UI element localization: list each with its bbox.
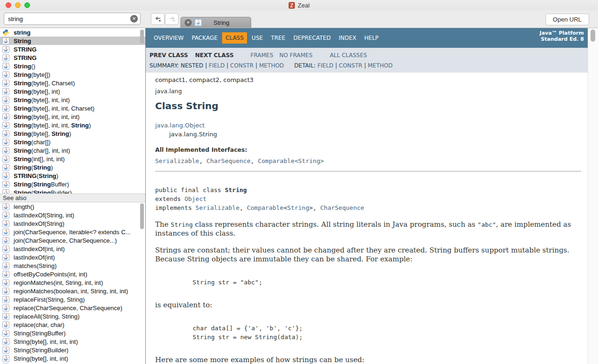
nav-item-help[interactable]: HELP <box>361 32 382 44</box>
see-also-item[interactable]: replace(CharSequence, CharSequence) <box>0 304 145 312</box>
subnav-link-next-class[interactable]: NEXT CLASS <box>195 52 233 59</box>
java-icon <box>194 18 202 27</box>
result-item[interactable]: String(byte[], int, int, Charset) <box>0 104 145 112</box>
nav-item-use[interactable]: USE <box>248 32 266 44</box>
result-item[interactable]: String() <box>0 62 145 70</box>
subnav-link-all-classes[interactable]: ALL CLASSES <box>330 52 367 59</box>
nav-item-tree[interactable]: TREE <box>268 32 289 44</box>
java-icon <box>2 37 9 45</box>
java-icon <box>2 288 9 295</box>
doc-link[interactable]: CharSequence <box>320 204 364 211</box>
result-item[interactable]: String(StringBuilder) <box>0 188 145 193</box>
list-item-label: String(StringBuffer) <box>14 181 69 188</box>
result-item[interactable]: String(StringBuffer) <box>0 180 145 188</box>
see-also-item[interactable]: lastIndexOf(String) <box>0 219 145 228</box>
tab-label: String <box>202 19 247 26</box>
result-item[interactable]: STRING <box>0 53 145 62</box>
java-icon <box>2 271 9 278</box>
result-item[interactable]: STRING <box>0 45 145 53</box>
doc-body: compact1, compact2, compact3 java.lang C… <box>146 73 588 364</box>
see-also-item[interactable]: lastIndexOf(int, int) <box>0 245 145 253</box>
see-also-item[interactable]: regionMatches(boolean, int, String, int,… <box>0 287 145 295</box>
see-also-item[interactable]: replaceFirst(String, String) <box>0 295 145 304</box>
doc-link[interactable]: FIELD <box>317 62 333 69</box>
traffic-lights <box>6 2 30 8</box>
paragraph-3: is equivalent to: <box>155 301 575 310</box>
see-also-item[interactable]: regionMatches(int, String, int, int) <box>0 278 145 287</box>
see-also-scrollbar-thumb[interactable] <box>140 203 144 229</box>
result-item[interactable]: String(String) <box>0 163 145 171</box>
result-item[interactable]: STRING(String) <box>0 171 145 180</box>
result-item[interactable]: String(char[]) <box>0 138 145 146</box>
minimize-button[interactable] <box>15 2 21 8</box>
result-item[interactable]: String(byte[], Charset) <box>0 79 145 87</box>
java-icon <box>2 139 9 146</box>
doc-link[interactable]: Serializable <box>155 157 199 164</box>
see-also-item[interactable]: join(CharSequence, CharSequence...) <box>0 236 145 245</box>
subnav-link-prev-class[interactable]: PREV CLASS <box>150 52 188 59</box>
nav-item-package[interactable]: PACKAGE <box>188 32 221 44</box>
see-also-item[interactable]: replaceAll(String, String) <box>0 312 145 320</box>
nav-item-overview[interactable]: OVERVIEW <box>150 32 187 44</box>
see-also-item[interactable]: lastIndexOf(String, int) <box>0 211 145 219</box>
see-also-item[interactable]: String(byte[], int, int) <box>0 354 145 363</box>
doc-main: OVERVIEWPACKAGECLASSUSETREEDEPRECATEDIND… <box>145 28 588 364</box>
nav-item-class[interactable]: CLASS <box>222 32 247 44</box>
open-url-button[interactable]: Open URL <box>546 14 589 25</box>
list-item-label: lastIndexOf(int, int) <box>14 245 65 253</box>
result-item[interactable]: String(byte[], int, int, int) <box>0 112 145 121</box>
search-input[interactable] <box>4 13 141 25</box>
see-also-item[interactable]: String(StringBuilder) <box>0 346 145 354</box>
results-scrollbar-thumb[interactable] <box>140 30 144 44</box>
subnav-group-allclasses-link: ALL CLASSES <box>330 52 367 59</box>
see-also-item[interactable]: offsetByCodePoints(int, int) <box>0 270 145 278</box>
content-scrollbar[interactable] <box>588 28 598 364</box>
content-scrollbar-thumb[interactable] <box>591 30 595 42</box>
result-item[interactable]: String(byte[], int, int) <box>0 96 145 104</box>
subnav-link-no-frames[interactable]: NO FRAMES <box>279 52 313 59</box>
inheritance-parent-link[interactable]: java.lang.Object <box>155 122 205 129</box>
result-item[interactable]: String(byte[], int, int, String) <box>0 121 145 129</box>
forward-button[interactable] <box>165 13 179 25</box>
see-also-item[interactable]: join(CharSequence, Iterable<? extends C.… <box>0 228 145 236</box>
doc-link[interactable]: String <box>287 204 309 211</box>
content-pane: OVERVIEWPACKAGECLASSUSETREEDEPRECATEDIND… <box>145 28 598 364</box>
result-item[interactable]: String <box>0 37 145 45</box>
doc-link[interactable]: FIELD <box>209 62 224 69</box>
doc-link[interactable]: CONSTR <box>230 62 254 69</box>
nav-item-index[interactable]: INDEX <box>336 32 360 44</box>
see-also-item[interactable]: lastIndexOf(int) <box>0 253 145 261</box>
doc-link[interactable]: Comparable<String> <box>258 157 324 164</box>
subnav-link-frames[interactable]: FRAMES <box>251 52 274 59</box>
tab-close-icon[interactable]: ✕ <box>185 19 192 26</box>
nav-item-deprecated[interactable]: DEPRECATED <box>290 32 334 44</box>
result-item[interactable]: String(byte[], String) <box>0 129 145 138</box>
doc-link[interactable]: CharSequence <box>207 157 251 164</box>
list-item-label: String(byte[], int, int) <box>14 355 68 362</box>
doc-link[interactable]: Object <box>185 195 207 202</box>
see-also-item[interactable]: String(byte[], int, int, int) <box>0 337 145 346</box>
java-icon <box>2 113 9 120</box>
result-item[interactable]: String(byte[], int) <box>0 87 145 96</box>
see-also-item[interactable]: matches(String) <box>0 261 145 270</box>
doc-link[interactable]: METHOD <box>368 62 393 69</box>
doc-link[interactable]: Serializable <box>195 204 239 211</box>
text-segment: , <box>239 204 247 211</box>
result-item[interactable]: string <box>0 28 145 37</box>
doc-link[interactable]: METHOD <box>259 62 284 69</box>
doc-link[interactable]: Comparable <box>247 204 284 211</box>
tab-string[interactable]: ✕ String <box>180 17 251 28</box>
back-button[interactable] <box>151 13 164 25</box>
see-also-item[interactable]: String(StringBuffer) <box>0 329 145 337</box>
clear-search-icon[interactable]: ✕ <box>130 15 138 22</box>
see-also-header: See also <box>0 193 145 202</box>
result-item[interactable]: String(int[], int, int) <box>0 155 145 163</box>
doc-link[interactable]: CONSTR <box>339 62 362 69</box>
see-also-item[interactable]: replace(char, char) <box>0 320 145 329</box>
result-item[interactable]: String(char[], int, int) <box>0 146 145 155</box>
close-button[interactable] <box>6 2 11 8</box>
result-item[interactable]: String(byte[]) <box>0 70 145 79</box>
zoom-button[interactable] <box>24 2 30 8</box>
see-also-item[interactable]: length() <box>0 202 145 211</box>
java-icon <box>2 347 9 354</box>
